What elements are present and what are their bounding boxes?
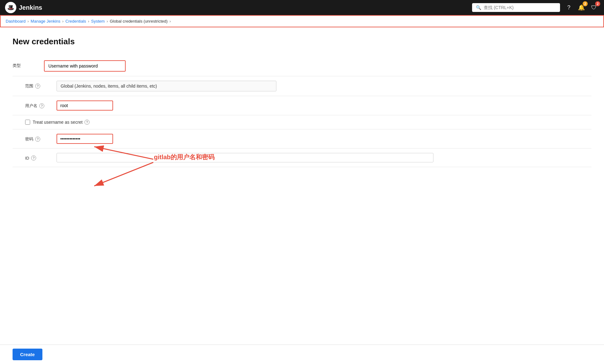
treat-username-label: Treat username as secret ? [33,120,90,125]
password-help-icon[interactable]: ? [35,137,40,142]
search-box[interactable]: 🔍 [472,3,560,12]
username-label: 用户名 ? [25,101,50,109]
breadcrumb-credentials[interactable]: Credentials [65,19,86,24]
password-row: 密码 ? [13,129,591,149]
id-control [57,153,591,162]
type-label: 类型 [13,60,38,68]
scope-label: 范围 ? [25,81,50,89]
search-input[interactable] [484,5,556,10]
username-input[interactable] [57,101,113,111]
treat-username-row: Treat username as secret ? [13,115,591,129]
brand-logo[interactable]: 🎩 Jenkins [5,2,42,13]
username-row: 用户名 ? [13,96,591,115]
shield-badge: 2 [595,1,600,6]
breadcrumb-sep-1: › [28,19,29,24]
help-icon: ? [567,4,570,11]
breadcrumb-sep-3: › [88,19,89,24]
password-input[interactable] [57,134,113,144]
id-help-icon[interactable]: ? [31,155,36,160]
scope-control: Global (Jenkins, nodes, items, all child… [57,81,591,91]
page-title: New credentials [13,37,591,46]
treat-username-checkbox[interactable] [25,120,30,125]
treat-username-help-icon[interactable]: ? [84,120,90,125]
scope-help-icon[interactable]: ? [35,84,40,89]
type-control: Username with password [44,60,591,72]
id-input[interactable] [57,153,433,162]
navbar: 🎩 Jenkins 🔍 ? 🔔 2 🛡 2 [0,0,604,15]
main-content: New credentials 类型 Username with passwor… [0,27,604,363]
search-icon: 🔍 [476,5,481,10]
password-control [57,134,591,144]
jenkins-logo-icon: 🎩 [5,2,16,13]
breadcrumb-sep-5: › [170,19,171,24]
help-button[interactable]: ? [564,3,574,13]
notification-badge: 2 [583,1,588,6]
scope-row: 范围 ? Global (Jenkins, nodes, items, all … [13,76,591,96]
type-select[interactable]: Username with password [44,60,126,72]
breadcrumb-system[interactable]: System [91,19,105,24]
shield-button[interactable]: 🛡 2 [589,3,599,13]
username-help-icon[interactable]: ? [39,103,44,108]
breadcrumb-global: Global credentials (unrestricted) [110,19,167,24]
breadcrumb-sep-2: › [62,19,63,24]
footer-bar: Create [0,345,604,364]
brand-name: Jenkins [19,4,42,11]
notifications-button[interactable]: 🔔 2 [576,3,586,13]
type-row: 类型 Username with password [13,56,591,76]
id-row: ID ? [13,149,591,167]
breadcrumb-sep-4: › [106,19,108,24]
username-control [57,101,591,111]
breadcrumb-manage-jenkins[interactable]: Manage Jenkins [31,19,61,24]
create-button[interactable]: Create [13,349,42,360]
breadcrumb-dashboard[interactable]: Dashboard [6,19,26,24]
password-label: 密码 ? [25,134,50,142]
breadcrumb: Dashboard › Manage Jenkins › Credentials… [0,15,604,27]
scope-value: Global (Jenkins, nodes, items, all child… [57,81,276,91]
id-label: ID ? [25,153,50,160]
nav-icons: ? 🔔 2 🛡 2 [564,3,599,13]
